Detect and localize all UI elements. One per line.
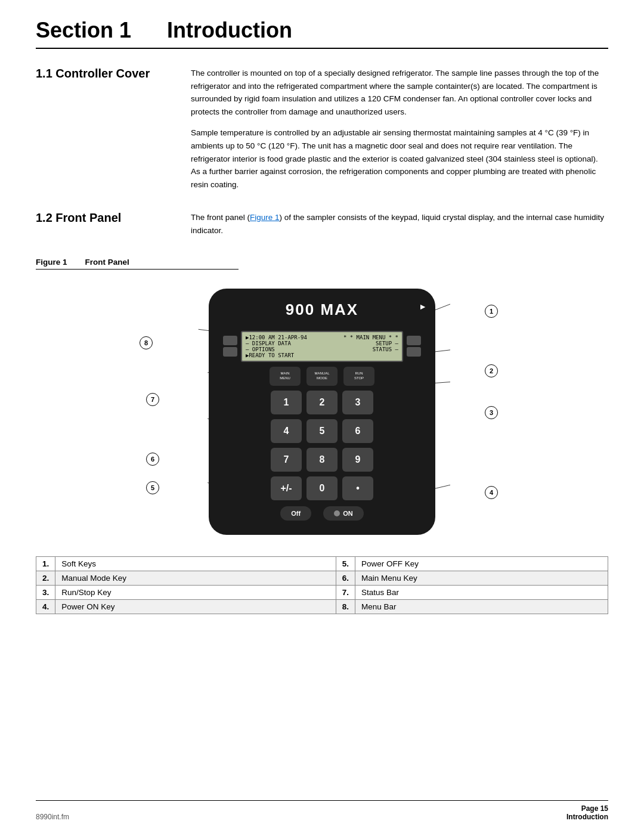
legend-row-3: 3. Run/Stop Key 7. Status Bar — [36, 585, 608, 599]
callout-7: 7 — [146, 393, 159, 406]
key-plus-minus[interactable]: +/- — [271, 476, 302, 500]
callout-1: 1 — [485, 305, 498, 318]
manual-mode-key[interactable]: MANUAL MODE — [306, 367, 338, 386]
key-1[interactable]: 1 — [271, 391, 302, 414]
legend-num-2: 2. — [36, 571, 55, 585]
lcd-line-3: — OPTIONS STATUS — — [246, 346, 398, 352]
soft-key-1[interactable] — [223, 336, 237, 345]
function-keys: MAIN MENU MANUAL MODE RUN STOP — [223, 367, 421, 386]
legend-num-1: 1. — [36, 556, 55, 571]
footer-page: Page 15 Introduction — [566, 804, 608, 821]
power-on-key[interactable]: ON — [323, 506, 364, 521]
legend-num-3: 3. — [36, 585, 55, 599]
soft-key-4[interactable] — [407, 347, 421, 357]
power-off-key[interactable]: Off — [280, 506, 311, 521]
section-1-1-para2: Sample temperature is controlled by an a… — [191, 126, 608, 191]
device-body: 900 MAX ► ▶12:00 AM 21-APR-94 * * MAI — [209, 289, 435, 535]
figure-section: Figure 1 Front Panel — [36, 258, 608, 614]
callout-8: 8 — [140, 336, 153, 349]
legend-label-4: Power ON Key — [55, 599, 336, 614]
section-label: Section 1 — [36, 18, 131, 43]
lcd-line-4: ▶READY TO START — [246, 352, 398, 358]
page-header: Section 1 Introduction — [36, 18, 608, 49]
section-1-1-para1: The controller is mounted on top of a sp… — [191, 67, 608, 118]
section-1-2: 1.2 Front Panel The front panel (Figure … — [36, 211, 608, 245]
legend-row-4: 4. Power ON Key 8. Menu Bar — [36, 599, 608, 614]
main-menu-key[interactable]: MAIN MENU — [270, 367, 301, 386]
callout-6: 6 — [146, 453, 159, 466]
lcd-display: ▶12:00 AM 21-APR-94 * * MAIN MENU * * — … — [241, 331, 403, 362]
run-stop-key[interactable]: RUN STOP — [343, 367, 374, 386]
legend-label-7: Status Bar — [355, 585, 608, 599]
power-keys: Off ON — [223, 506, 421, 521]
section-1-1: 1.1 Controller Cover The controller is m… — [36, 67, 608, 199]
numeric-keypad: 1 2 3 4 5 6 7 8 9 +/- 0 • — [223, 391, 421, 500]
legend-label-3: Run/Stop Key — [55, 585, 336, 599]
legend-num-5: 5. — [336, 556, 355, 571]
legend-label-1: Soft Keys — [55, 556, 336, 571]
key-0[interactable]: 0 — [306, 476, 338, 500]
section-1-2-para1: The front panel (Figure 1) of the sample… — [191, 211, 608, 237]
footer-page-number: Page 15 — [566, 804, 608, 813]
legend-row-1: 1. Soft Keys 5. Power OFF Key — [36, 556, 608, 571]
lcd-line-2: — DISPLAY DATA SETUP — — [246, 340, 398, 346]
key-3[interactable]: 3 — [342, 391, 373, 414]
legend-num-6: 6. — [336, 571, 355, 585]
power-indicator-icon — [334, 510, 340, 516]
page-title: Introduction — [167, 18, 292, 43]
callout-2: 2 — [485, 364, 498, 377]
legend-num-4: 4. — [36, 599, 55, 614]
section-1-1-label: 1.1 Controller Cover — [36, 67, 191, 199]
soft-key-3[interactable] — [407, 336, 421, 345]
page-footer: 8990int.fm Page 15 Introduction — [36, 800, 608, 821]
legend-label-5: Power OFF Key — [355, 556, 608, 571]
callout-3: 3 — [485, 406, 498, 419]
key-5[interactable]: 5 — [306, 419, 338, 443]
section-1-2-label: 1.2 Front Panel — [36, 211, 191, 245]
key-6[interactable]: 6 — [342, 419, 373, 443]
legend-num-8: 8. — [336, 599, 355, 614]
footer-section-name: Introduction — [566, 813, 608, 821]
callout-4: 4 — [485, 486, 498, 499]
key-2[interactable]: 2 — [306, 391, 338, 414]
legend-row-2: 2. Manual Mode Key 6. Main Menu Key — [36, 571, 608, 585]
device-figure: 1 2 3 4 5 6 7 8 900 MAX ► — [113, 277, 531, 547]
figure-title: Front Panel — [85, 258, 129, 267]
legend-num-7: 7. — [336, 585, 355, 599]
section-1-1-heading: 1.1 Controller Cover — [36, 67, 191, 80]
left-soft-buttons — [223, 331, 237, 362]
key-7[interactable]: 7 — [271, 448, 302, 472]
key-9[interactable]: 9 — [342, 448, 373, 472]
lcd-area: ▶12:00 AM 21-APR-94 * * MAIN MENU * * — … — [223, 331, 421, 362]
key-4[interactable]: 4 — [271, 419, 302, 443]
device-brand: 900 MAX — [286, 301, 358, 319]
legend-label-6: Main Menu Key — [355, 571, 608, 585]
lcd-line-1: ▶12:00 AM 21-APR-94 * * MAIN MENU * * — [246, 335, 398, 340]
key-8[interactable]: 8 — [306, 448, 338, 472]
section-1-2-content: The front panel (Figure 1) of the sample… — [191, 211, 608, 245]
legend-label-2: Manual Mode Key — [55, 571, 336, 585]
figure-link[interactable]: Figure 1 — [250, 213, 280, 222]
section-1-1-content: The controller is mounted on top of a sp… — [191, 67, 608, 199]
keypad: MAIN MENU MANUAL MODE RUN STOP — [223, 367, 421, 500]
section-1-2-heading: 1.2 Front Panel — [36, 211, 191, 225]
legend-label-8: Menu Bar — [355, 599, 608, 614]
figure-label: Figure 1 Front Panel — [36, 258, 239, 270]
soft-key-2[interactable] — [223, 347, 237, 357]
right-soft-buttons — [407, 331, 421, 362]
key-dot[interactable]: • — [342, 476, 373, 500]
legend-table: 1. Soft Keys 5. Power OFF Key 2. Manual … — [36, 556, 608, 614]
callout-5: 5 — [146, 481, 159, 494]
footer-filename: 8990int.fm — [36, 813, 69, 821]
